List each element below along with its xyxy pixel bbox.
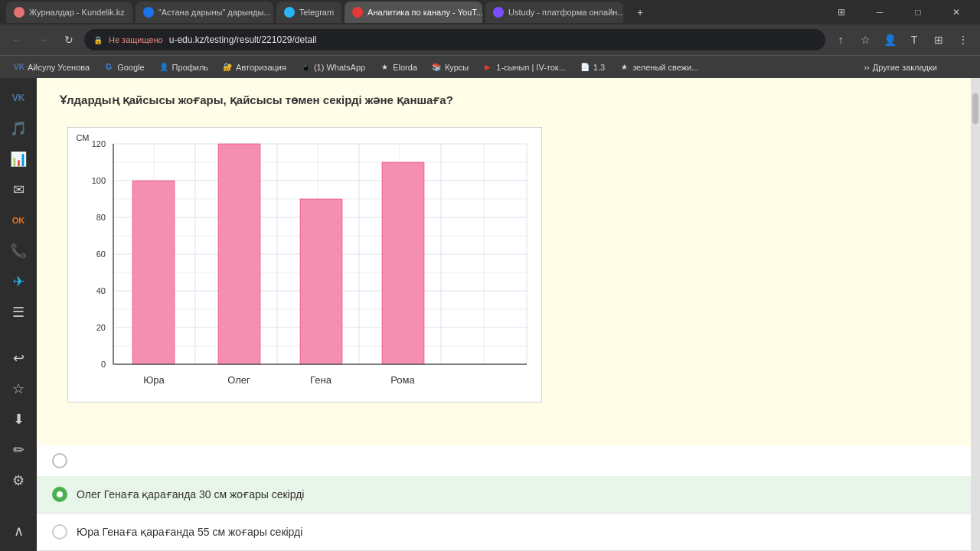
tab-astana[interactable]: "Астана дарыны" дарынды...	[136, 2, 273, 23]
svg-text:0: 0	[101, 360, 106, 369]
profile-icon[interactable]: 👤	[879, 29, 900, 51]
question-title: Ұлдардың қайсысы жоғары, қайсысы төмен с…	[60, 93, 948, 107]
translate-icon[interactable]: T	[903, 29, 925, 51]
forward-button[interactable]: →	[32, 29, 54, 51]
bookmark-whatsapp[interactable]: 📱 (1) WhatsApp	[294, 58, 371, 77]
elorda-icon: ★	[379, 62, 390, 73]
url-prefix: Не защищено	[109, 35, 163, 44]
svg-text:40: 40	[96, 286, 106, 295]
sidebar-stats[interactable]: 📊	[5, 145, 32, 173]
svg-text:60: 60	[96, 249, 106, 259]
bookmark-green-label: зеленый свежи...	[632, 63, 698, 72]
bookmark-synup[interactable]: ▶ 1-сынып | IV-ток...	[476, 58, 572, 77]
tab-icon-telegram	[284, 7, 295, 18]
bar-yura	[132, 181, 175, 364]
tab-icon-youtube	[352, 7, 363, 18]
spacer-row	[37, 445, 971, 476]
minimize-button[interactable]: ─	[862, 0, 897, 24]
more-bookmarks[interactable]: ›› Другие закладки	[859, 63, 942, 72]
bookmark-synup-label: 1-сынып | IV-ток...	[496, 63, 566, 72]
share-icon[interactable]: ↑	[830, 29, 851, 51]
radio-circle-1	[52, 487, 67, 502]
sidebar-collapse[interactable]: ∧	[5, 517, 32, 545]
tab-kundelik[interactable]: Журналдар - Kundelik.kz	[6, 2, 132, 23]
green-icon: ★	[619, 62, 629, 73]
bar-gena	[300, 199, 342, 364]
sidebar-music[interactable]: 🎵	[5, 115, 32, 142]
bookmark-google[interactable]: G Google	[97, 58, 150, 77]
tab-icon-kundelik	[14, 7, 24, 18]
13-icon: 📄	[580, 62, 590, 73]
lock-icon: 🔒	[93, 36, 103, 44]
bar-roma	[382, 162, 424, 364]
bookmark-profile[interactable]: 👤 Профиль	[152, 58, 215, 77]
back-button[interactable]: ←	[6, 29, 28, 51]
bookmark-icon[interactable]: ☆	[854, 29, 876, 51]
radio-unselected-placeholder	[52, 453, 67, 468]
answer-option-1[interactable]: Олег Генаға қарағанда 30 см жоғары секір…	[37, 476, 971, 514]
bookmark-kursy[interactable]: 📚 Курсы	[425, 58, 475, 77]
tab-ustudy[interactable]: Ustudy - платформа онлайн...	[485, 2, 623, 23]
bookmark-13[interactable]: 📄 1.3	[573, 58, 611, 77]
new-tab-button[interactable]: +	[629, 2, 651, 23]
svg-text:Олег: Олег	[227, 374, 250, 386]
tab-label-kundelik: Журналдар - Kundelik.kz	[29, 8, 125, 17]
sidebar-edit[interactable]: ✏	[5, 436, 32, 464]
bookmark-green[interactable]: ★ зеленый свежи...	[612, 58, 704, 77]
sidebar-downloads[interactable]: ⬇	[5, 406, 32, 433]
toolbar-icons: ↑ ☆ 👤 T ⊞ ⋮	[830, 29, 974, 51]
tab-youtube[interactable]: Аналитика по каналу - YouT... ✕	[345, 2, 482, 23]
sidebar-ok[interactable]: OK	[5, 207, 32, 234]
chart-svg: 0 20 40 60 80 100 120 СМ	[67, 127, 542, 403]
sidebar-settings[interactable]: ⚙	[5, 467, 32, 494]
tab-telegram[interactable]: Telegram	[276, 2, 341, 23]
more-bookmarks-label: ››	[864, 63, 869, 72]
bookmark-auth[interactable]: 🔐 Авторизация	[216, 58, 292, 77]
google-icon: G	[103, 62, 114, 73]
url-bar[interactable]: 🔒 Не защищено u-edu.kz/testing/result/22…	[84, 29, 825, 51]
sidebar-vk[interactable]: VK	[5, 84, 32, 112]
svg-text:Гена: Гена	[310, 374, 332, 386]
bar-oleg	[218, 144, 260, 364]
tab-icon-astana	[143, 7, 154, 18]
menu-icon[interactable]: ⋮	[952, 29, 974, 51]
bookmark-whatsapp-label: (1) WhatsApp	[314, 63, 365, 72]
maximize-button[interactable]: □	[900, 0, 936, 24]
svg-text:СМ: СМ	[77, 133, 90, 142]
bookmark-kursy-label: Курсы	[445, 63, 469, 72]
whatsapp-icon: 📱	[300, 62, 311, 73]
profile-bk-icon: 👤	[158, 62, 169, 73]
sidebar-favorites[interactable]: ☆	[5, 375, 32, 403]
tab-label-ustudy: Ustudy - платформа онлайн...	[508, 8, 623, 17]
answer-option-2[interactable]: Юра Генаға қарағанда 55 см жоғары секірд…	[37, 514, 971, 551]
bookmark-vk[interactable]: VK Айсулу Усенова	[8, 58, 96, 77]
right-scrollbar[interactable]	[971, 78, 980, 551]
svg-text:120: 120	[92, 139, 106, 148]
close-button[interactable]: ✕	[939, 0, 974, 24]
tab-icon-ustudy	[493, 7, 504, 18]
extensions-icon[interactable]: ⊞	[928, 29, 949, 51]
bookmark-vk-label: Айсулу Усенова	[28, 63, 90, 72]
answer-text-1: Олег Генаға қарағанда 30 см жоғары секір…	[77, 488, 304, 500]
question-container: Ұлдардың қайсысы жоғары, қайсысы төмен с…	[37, 78, 971, 445]
bookmarks-bar: VK Айсулу Усенова G Google 👤 Профиль 🔐 А…	[0, 55, 980, 78]
svg-text:100: 100	[92, 176, 106, 185]
bookmark-profile-label: Профиль	[172, 63, 209, 72]
reload-button[interactable]: ↻	[58, 29, 80, 51]
sidebar-history[interactable]: ↩	[5, 344, 32, 372]
url-text: u-edu.kz/testing/result/221029/detail	[169, 34, 317, 45]
auth-icon: 🔐	[222, 62, 233, 73]
extensions-button[interactable]: ⊞	[824, 0, 859, 24]
sidebar-list[interactable]: ☰	[5, 298, 32, 326]
svg-text:Рома: Рома	[390, 374, 415, 386]
answers-section: Олег Генаға қарағанда 30 см жоғары секір…	[37, 445, 971, 551]
left-sidebar: VK 🎵 📊 ✉ OK 📞 ✈ ☰ ↩ ☆ ⬇ ✏ ⚙ ∧	[0, 78, 37, 551]
bookmark-elorda[interactable]: ★ Elorda	[373, 58, 423, 77]
answer-text-2: Юра Генаға қарағанда 55 см жоғары секірд…	[77, 526, 302, 538]
sidebar-telegram[interactable]: ✈	[5, 268, 32, 295]
chart-wrapper: 0 20 40 60 80 100 120 СМ	[60, 119, 550, 413]
sidebar-mail[interactable]: ✉	[5, 176, 32, 204]
svg-text:20: 20	[96, 323, 106, 332]
scrollbar-thumb[interactable]	[972, 93, 978, 124]
sidebar-phone[interactable]: 📞	[5, 237, 32, 265]
